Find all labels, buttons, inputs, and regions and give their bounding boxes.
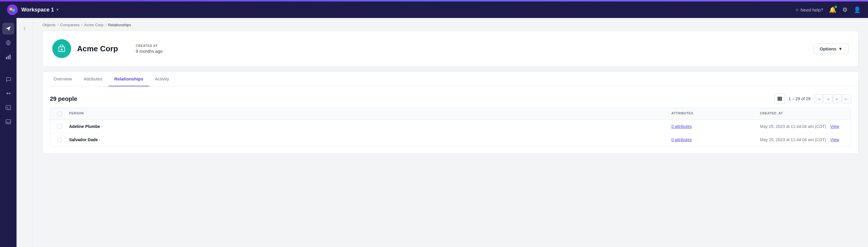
sidebar-icon-charts[interactable]: [2, 51, 14, 63]
person-name-2[interactable]: Salvador Dade ›: [69, 137, 100, 142]
person-chevron-2: ›: [99, 138, 100, 142]
select-all-checkbox[interactable]: [57, 111, 62, 116]
options-label: Options: [819, 46, 836, 51]
pagination-first-button[interactable]: |◀: [814, 94, 823, 103]
view-link-1[interactable]: View: [830, 124, 839, 129]
svg-rect-17: [779, 97, 780, 101]
svg-point-3: [6, 41, 10, 45]
tab-overview[interactable]: Overview: [48, 72, 78, 86]
td-created-at-1: May 25, 2023 at 11:44:04 am (CDT) View: [757, 120, 846, 133]
settings-button[interactable]: ⚙: [842, 6, 848, 13]
tab-activity[interactable]: Activity: [149, 72, 175, 86]
breadcrumb-acme-corp[interactable]: Acme Corp: [84, 23, 103, 27]
svg-rect-9: [9, 55, 11, 59]
breadcrumb-companies[interactable]: Companies: [60, 23, 80, 27]
help-circle-icon: ○: [795, 7, 799, 13]
td-checkbox-2: [55, 133, 67, 146]
row-checkbox-1[interactable]: [57, 124, 62, 129]
sidebar-secondary: [17, 18, 33, 247]
company-name-text: Acme Corp: [77, 44, 118, 54]
breadcrumb-objects[interactable]: Objects: [42, 23, 56, 27]
options-chevron-icon: ▼: [838, 46, 843, 51]
user-profile-button[interactable]: 👤: [854, 6, 861, 13]
table-header-row: 29 people 1 – 29 of 29 |◀ ◀ ▶: [50, 94, 851, 104]
sidebar-icons: [0, 18, 17, 247]
attributes-link-1[interactable]: 0 attributes: [671, 124, 692, 129]
company-avatar: [52, 39, 71, 58]
sidebar-icon-target[interactable]: [2, 37, 14, 49]
created-at-text-1: May 25, 2023 at 11:44:04 am (CDT): [760, 124, 826, 129]
pagination-prev-button[interactable]: ◀: [824, 94, 832, 103]
tab-relationships[interactable]: Relationships: [108, 72, 149, 86]
created-at-value: 9 months ago: [136, 49, 163, 54]
options-button[interactable]: Options ▼: [813, 44, 849, 54]
svg-rect-7: [6, 57, 7, 59]
td-created-at-2: May 25, 2023 at 11:44:04 am (CDT) View: [757, 133, 846, 146]
main-content: Objects / Companies / Acme Corp / Relati…: [33, 18, 868, 247]
app-logo: [7, 4, 18, 15]
svg-point-1: [9, 8, 12, 11]
tabs-row: Overview Attributes Relationships Activi…: [48, 72, 854, 86]
td-person-1: Adeline Plumbe ›: [67, 120, 669, 133]
breadcrumb-sep-1: /: [57, 23, 58, 27]
user-icon: 👤: [854, 6, 861, 13]
pagination-last-button[interactable]: ▶|: [842, 94, 851, 103]
workspace-name-button[interactable]: Workspace 1 ▼: [21, 7, 59, 13]
sidebar-icon-messages[interactable]: [2, 73, 14, 85]
table-controls: 1 – 29 of 29 |◀ ◀ ▶ ▶|: [774, 94, 851, 104]
sidebar-icon-broadcast[interactable]: [2, 87, 14, 99]
breadcrumb-sep-2: /: [81, 23, 82, 27]
people-table: PERSON ATTRIBUTES CREATED_AT Adeline Plu…: [50, 108, 851, 146]
help-button[interactable]: ○ Need help?: [795, 7, 823, 13]
workspace-label: Workspace 1: [21, 7, 54, 13]
svg-rect-8: [8, 56, 9, 59]
td-attributes-2: 0 attributes: [669, 133, 757, 146]
th-checkbox: [55, 108, 67, 120]
td-attributes-1: 0 attributes: [669, 120, 757, 133]
th-created-at: CREATED_AT: [757, 108, 846, 120]
table-row: Salvador Dade › 0 attributes May 25, 202…: [50, 133, 851, 146]
td-person-2: Salvador Dade ›: [67, 133, 669, 146]
td-checkbox-1: [55, 120, 67, 133]
sidebar-icon-terminal[interactable]: [2, 102, 14, 113]
pagination-next-button[interactable]: ▶: [833, 94, 842, 103]
collapse-sidebar-button[interactable]: [19, 23, 31, 34]
company-meta: CREATED AT 9 months ago: [136, 44, 163, 54]
view-link-2[interactable]: View: [830, 137, 839, 142]
sidebar-icon-send[interactable]: [2, 23, 14, 34]
breadcrumb: Objects / Companies / Acme Corp / Relati…: [33, 18, 868, 31]
pagination-buttons: |◀ ◀ ▶ ▶|: [814, 94, 851, 103]
notifications-button[interactable]: 🔔: [829, 6, 836, 13]
attributes-link-2[interactable]: 0 attributes: [671, 137, 692, 142]
created-at-text-2: May 25, 2023 at 11:44:04 am (CDT): [760, 137, 826, 142]
svg-rect-13: [6, 120, 11, 124]
created-at-label: CREATED AT: [136, 44, 163, 47]
th-person: PERSON: [67, 108, 669, 120]
person-name-1[interactable]: Adeline Plumbe ›: [69, 124, 102, 129]
help-label: Need help?: [800, 7, 823, 12]
sidebar-icon-inbox[interactable]: [2, 116, 14, 128]
tab-attributes[interactable]: Attributes: [78, 72, 108, 86]
topbar: Workspace 1 ▼ ○ Need help? 🔔 ⚙ 👤: [0, 1, 868, 18]
svg-point-2: [12, 9, 15, 12]
workspace-chevron-icon: ▼: [56, 8, 59, 12]
person-chevron-1: ›: [101, 125, 102, 129]
table-title: 29 people: [50, 96, 77, 102]
svg-rect-16: [778, 97, 779, 101]
gear-icon: ⚙: [842, 6, 848, 13]
main-layout: Objects / Companies / Acme Corp / Relati…: [0, 18, 868, 247]
svg-point-4: [7, 42, 9, 44]
topbar-left: Workspace 1 ▼: [7, 4, 59, 15]
pagination-range: 1 – 29 of 29: [788, 96, 810, 101]
breadcrumb-current: Relationships: [108, 23, 131, 27]
svg-rect-15: [61, 49, 63, 50]
topbar-right: ○ Need help? 🔔 ⚙ 👤: [795, 6, 861, 13]
svg-rect-18: [781, 97, 782, 101]
table-head: PERSON ATTRIBUTES CREATED_AT: [50, 108, 851, 120]
notification-dot: [835, 6, 837, 8]
grid-view-button[interactable]: [774, 94, 785, 104]
tabs-container: Overview Attributes Relationships Activi…: [42, 71, 859, 86]
row-checkbox-2[interactable]: [57, 137, 62, 142]
company-header-card: Acme Corp CREATED AT 9 months ago Option…: [42, 31, 859, 67]
table-row: Adeline Plumbe › 0 attributes May 25, 20…: [50, 120, 851, 133]
